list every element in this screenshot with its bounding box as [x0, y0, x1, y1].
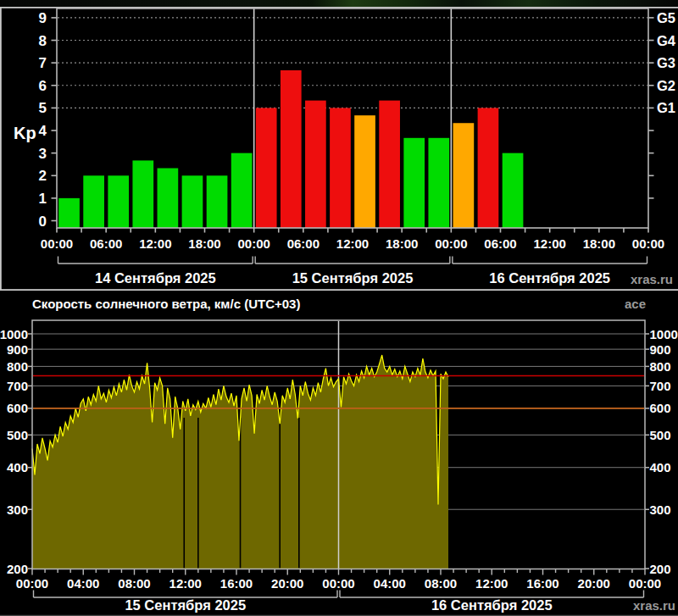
time-label: 12:00 — [170, 576, 202, 591]
kp-bar — [379, 101, 400, 228]
solar-wind-speed-chart: 2002003003004004005005006006007007008008… — [0, 291, 678, 616]
time-label: 00:00 — [632, 236, 664, 251]
time-label: 12:00 — [533, 236, 565, 251]
time-label: 04:00 — [374, 576, 406, 591]
y-tick-label: 200 — [650, 562, 671, 576]
kp-bar — [503, 153, 524, 228]
kp-bar — [132, 160, 153, 228]
y-tick-label: 4 — [39, 123, 47, 139]
time-label: 12:00 — [475, 576, 508, 591]
time-label: 16:00 — [220, 576, 253, 591]
y-tick-label: 1000 — [0, 327, 28, 341]
space-weather-dashboard: 0123456789G1G2G3G4G500:0006:0012:0018:00… — [0, 0, 678, 616]
y-tick-label: 600 — [650, 401, 671, 415]
kp-axis-label: Kp — [14, 124, 36, 142]
y-tick-label: 400 — [7, 460, 28, 474]
time-label: 06:00 — [90, 236, 122, 251]
g-scale-label: G2 — [657, 78, 675, 93]
y-tick-label: 600 — [7, 401, 28, 415]
kp-bar — [305, 101, 326, 228]
time-label: 00:00 — [629, 576, 661, 591]
time-label: 18:00 — [188, 236, 220, 251]
y-tick-label: 500 — [7, 428, 28, 442]
kp-bar — [108, 175, 129, 228]
kp-index-bar-chart: 0123456789G1G2G3G4G500:0006:0012:0018:00… — [0, 7, 678, 291]
kp-bar — [478, 108, 499, 228]
y-tick-label: 700 — [650, 379, 671, 393]
y-tick-label: 1 — [39, 191, 47, 207]
time-label: 06:00 — [287, 236, 320, 251]
kp-bar — [231, 153, 253, 228]
time-label: 18:00 — [583, 236, 615, 251]
kp-bar — [256, 108, 277, 228]
y-tick-label: 3 — [39, 146, 47, 162]
y-tick-label: 200 — [7, 562, 28, 576]
kp-bar — [83, 175, 104, 228]
y-tick-label: 400 — [650, 460, 671, 474]
y-tick-label: 800 — [650, 359, 671, 374]
y-tick-label: 0 — [39, 214, 47, 230]
time-label: 08:00 — [118, 576, 150, 591]
y-tick-label: 900 — [650, 342, 671, 357]
g-scale-label: G4 — [657, 33, 676, 48]
panel-border-left — [0, 7, 2, 291]
time-label: 16:00 — [526, 576, 559, 591]
y-tick-label: 9 — [39, 10, 47, 26]
y-tick-label: 1000 — [650, 327, 678, 341]
y-tick-label: 2 — [39, 168, 47, 184]
y-tick-label: 7 — [39, 55, 47, 71]
kp-bar — [354, 115, 375, 228]
time-label: 20:00 — [271, 576, 303, 591]
kp-bar — [182, 175, 203, 228]
g-scale-label: G1 — [657, 100, 675, 115]
time-label: 00:00 — [322, 576, 354, 591]
time-label: 04:00 — [67, 576, 99, 591]
time-label: 08:00 — [425, 576, 457, 591]
time-label: 12:00 — [336, 236, 369, 251]
g-scale-label: G5 — [657, 10, 675, 25]
date-label: 14 Сентября 2025 — [95, 270, 216, 286]
date-label: 16 Сентября 2025 — [489, 270, 610, 286]
time-label: 20:00 — [578, 576, 610, 591]
time-label: 00:00 — [435, 236, 467, 251]
date-label: 15 Сентября 2025 — [125, 597, 246, 613]
time-label: 00:00 — [41, 236, 73, 251]
y-tick-label: 300 — [7, 502, 28, 517]
kp-bar — [281, 70, 302, 228]
kp-bar — [453, 123, 475, 228]
kp-bar — [403, 138, 425, 228]
kp-bar — [428, 138, 449, 228]
cropped-banner-strip — [0, 0, 678, 7]
y-tick-label: 5 — [39, 100, 47, 116]
kp-bar — [330, 108, 351, 228]
watermark-xras: xras.ru — [633, 598, 675, 613]
time-label: 06:00 — [484, 236, 516, 251]
y-tick-label: 900 — [7, 342, 28, 357]
time-label: 00:00 — [16, 576, 48, 591]
wind-chart-title: Скорость солнечного ветра, км/с (UTC+03) — [32, 297, 300, 311]
y-tick-label: 300 — [650, 502, 671, 517]
y-tick-label: 700 — [7, 379, 28, 393]
date-label: 16 Сентября 2025 — [431, 597, 553, 613]
date-label: 15 Сентября 2025 — [292, 270, 414, 286]
time-label: 18:00 — [386, 236, 418, 251]
kp-bar — [207, 175, 228, 228]
y-tick-label: 6 — [39, 78, 47, 94]
kp-bar — [58, 198, 80, 228]
time-label: 12:00 — [139, 236, 171, 251]
data-source-label: ace — [625, 297, 646, 311]
kp-bar — [158, 168, 179, 228]
g-scale-label: G3 — [657, 55, 675, 70]
y-tick-label: 800 — [7, 359, 28, 374]
watermark-xras: xras.ru — [631, 272, 673, 286]
y-tick-label: 8 — [39, 33, 47, 49]
y-tick-label: 500 — [650, 428, 671, 442]
time-label: 00:00 — [237, 236, 270, 251]
